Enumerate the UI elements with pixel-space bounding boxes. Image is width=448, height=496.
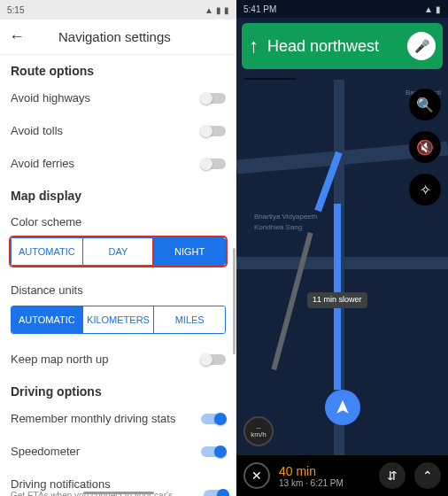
distance-units-segment: AUTOMATIC KILOMETERS MILES xyxy=(11,306,226,334)
map-display-heading: Map display xyxy=(0,180,236,206)
compass-icon: ✧ xyxy=(420,182,431,198)
eta-block[interactable]: 40 min 13 km · 6:21 PM xyxy=(279,464,370,488)
avoid-tolls-row[interactable]: Avoid tolls xyxy=(0,114,236,147)
driving-options-heading: Driving options xyxy=(0,376,236,402)
status-bar-nav: 5:41 PM ▲ ▮ xyxy=(236,0,448,18)
status-time: 5:15 xyxy=(7,5,24,15)
eta-duration: 40 min xyxy=(279,464,370,478)
speed-unit: km/h xyxy=(251,431,266,438)
search-icon: 🔍 xyxy=(416,97,434,113)
distance-miles-button[interactable]: MILES xyxy=(154,306,225,333)
mic-button[interactable]: 🎤 xyxy=(407,32,436,60)
home-indicator xyxy=(83,492,154,494)
signal-icon: ▮ xyxy=(216,5,221,15)
trip-bottom-bar: ✕ 40 min 13 km · 6:21 PM ⇵ ⌃ xyxy=(236,455,448,496)
distance-kilometers-button[interactable]: KILOMETERS xyxy=(83,306,155,333)
keep-north-toggle[interactable] xyxy=(201,354,226,365)
status-icons: ▲ ▮ ▮ xyxy=(205,5,229,15)
mute-button[interactable]: 🔇 xyxy=(409,131,441,163)
chevron-up-icon: ⌃ xyxy=(422,469,433,483)
mute-icon: 🔇 xyxy=(416,139,434,156)
avoid-highways-row[interactable]: Avoid highways xyxy=(0,81,236,114)
driving-notifications-toggle[interactable] xyxy=(204,490,226,497)
compass-button[interactable]: ✧ xyxy=(409,174,441,205)
nav-status-icons: ▲ ▮ xyxy=(424,4,441,14)
direction-text: Head northwest xyxy=(267,37,398,56)
scrollbar[interactable] xyxy=(233,248,236,354)
settings-pane: 5:15 ▲ ▮ ▮ ← Navigation settings Route o… xyxy=(0,0,236,496)
keep-north-row[interactable]: Keep map north up xyxy=(0,343,236,376)
battery-icon: ▮ xyxy=(224,5,229,15)
wifi-icon: ▲ xyxy=(205,5,213,15)
wifi-icon: ▲ xyxy=(424,4,433,14)
keep-north-label: Keep map north up xyxy=(11,353,109,366)
remember-stats-label: Remember monthly driving stats xyxy=(11,412,175,425)
avoid-ferries-label: Avoid ferries xyxy=(11,157,74,170)
back-icon[interactable]: ← xyxy=(9,27,25,46)
battery-icon: ▮ xyxy=(436,4,441,14)
mic-icon: 🎤 xyxy=(414,39,429,53)
route-options-heading: Route options xyxy=(0,55,236,81)
remember-stats-toggle[interactable] xyxy=(201,414,226,424)
avoid-tolls-label: Avoid tolls xyxy=(11,124,63,137)
speedometer-label: Speedometer xyxy=(11,445,80,458)
avoid-highways-toggle[interactable] xyxy=(201,93,226,104)
status-bar: 5:15 ▲ ▮ ▮ xyxy=(0,0,236,19)
color-automatic-button[interactable]: AUTOMATIC xyxy=(12,238,83,265)
color-night-button[interactable]: NIGHT xyxy=(154,238,225,265)
navigation-pane: 5:41 PM ▲ ▮ ↑ Head northwest 🎤 Then ↰ Bh… xyxy=(236,0,448,496)
eta-details: 13 km · 6:21 PM xyxy=(279,478,370,488)
close-navigation-button[interactable]: ✕ xyxy=(243,462,270,489)
direction-card[interactable]: ↑ Head northwest 🎤 xyxy=(242,23,443,69)
poi-label: Kondhwa Sang xyxy=(254,223,302,231)
speed-indicator: -- km/h xyxy=(243,416,274,446)
avoid-highways-label: Avoid highways xyxy=(11,91,90,105)
cursor-arrow-icon xyxy=(334,399,351,416)
navigation-cursor xyxy=(325,390,360,425)
poi-label: Bhartiya Vidyapeeth xyxy=(254,213,317,221)
route-icon: ⇵ xyxy=(387,469,398,483)
close-icon: ✕ xyxy=(251,469,262,483)
expand-button[interactable]: ⌃ xyxy=(414,462,441,489)
color-day-button[interactable]: DAY xyxy=(83,238,155,265)
speedometer-toggle[interactable] xyxy=(201,446,226,457)
avoid-ferries-row[interactable]: Avoid ferries xyxy=(0,147,236,180)
distance-units-label: Distance units xyxy=(0,275,236,300)
avoid-ferries-toggle[interactable] xyxy=(201,159,226,169)
alt-routes-button[interactable]: ⇵ xyxy=(379,462,406,489)
nav-status-time: 5:41 PM xyxy=(243,4,276,14)
color-scheme-label: Color scheme xyxy=(0,206,236,232)
distance-automatic-button[interactable]: AUTOMATIC xyxy=(12,306,83,333)
driving-notifications-label: Driving notifications xyxy=(11,477,204,491)
slower-route-badge[interactable]: 11 min slower xyxy=(307,292,367,308)
direction-arrow-icon: ↑ xyxy=(249,35,259,58)
avoid-tolls-toggle[interactable] xyxy=(201,126,226,136)
page-title: Navigation settings xyxy=(58,29,171,44)
app-header: ← Navigation settings xyxy=(0,19,236,55)
color-scheme-segment: AUTOMATIC DAY NIGHT xyxy=(11,237,226,266)
remember-stats-row[interactable]: Remember monthly driving stats xyxy=(0,402,236,435)
speedometer-row[interactable]: Speedometer xyxy=(0,435,236,468)
search-button[interactable]: 🔍 xyxy=(409,89,441,120)
